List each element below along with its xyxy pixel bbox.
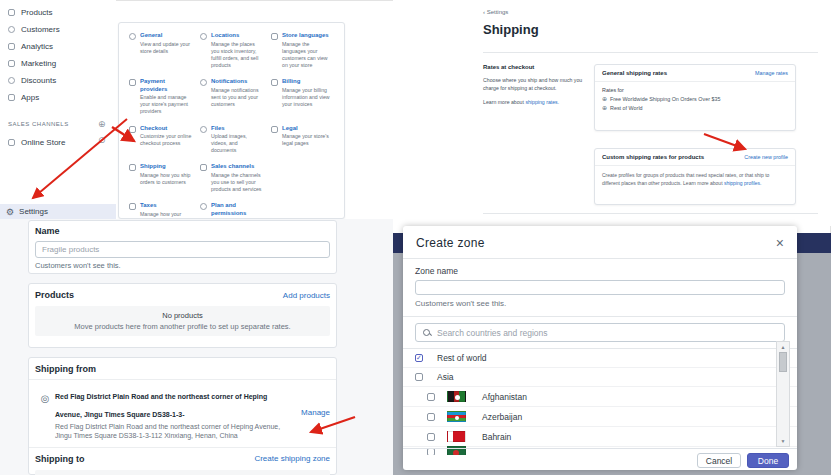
marketing-icon	[8, 60, 15, 67]
rate-profile-name: Free Worldwide Shipping On Orders Over $…	[610, 96, 720, 102]
checkbox-checked-icon[interactable]: ✓	[415, 354, 423, 362]
grid-item-title: Locations	[211, 32, 263, 40]
flag-azerbaijan	[447, 411, 466, 422]
list-item-asia[interactable]: Asia	[403, 368, 797, 387]
grid-item-title: Shipping	[140, 163, 192, 171]
divider	[483, 213, 818, 214]
sidebar-item-discounts[interactable]: Discounts	[0, 73, 116, 88]
products-empty-state: No products Move products here from anot…	[35, 306, 330, 336]
products-heading: Products	[35, 290, 74, 300]
rate-profile-row: ⊕Free Worldwide Shipping On Orders Over …	[602, 96, 788, 102]
cart-icon	[129, 126, 136, 133]
shipping-profiles-link[interactable]: shipping profiles.	[724, 180, 762, 186]
list-item-azerbaijan[interactable]: Azerbaijan	[403, 407, 797, 427]
grid-item-desc: Manage the channels you use to sell your…	[211, 172, 263, 193]
add-channel-icon[interactable]: ⊕	[98, 120, 106, 129]
country-name: Bahrain	[482, 432, 511, 442]
settings-grid-item-store-languages[interactable]: Store languagesManage the languages your…	[271, 32, 334, 69]
sidebar-item-customers[interactable]: Customers	[0, 22, 116, 37]
checkbox-icon[interactable]	[415, 373, 423, 381]
grid-item-title: Sales channels	[211, 163, 263, 171]
truck-icon	[129, 164, 136, 171]
custom-shipping-rates-card: Custom shipping rates for products Creat…	[594, 148, 796, 205]
scroll-up-icon[interactable]: ▲	[777, 344, 789, 350]
general-shipping-rates-card: General shipping rates Manage rates Rate…	[594, 64, 796, 131]
sidebar-item-label: Discounts	[21, 76, 56, 85]
settings-grid-item-billing[interactable]: BillingManage your billing information a…	[271, 78, 334, 116]
name-helper-text: Customers won't see this.	[35, 261, 330, 270]
settings-grid-item-notifications[interactable]: NotificationsManage notifications sent t…	[200, 78, 263, 116]
checkbox-icon[interactable]	[427, 433, 435, 441]
name-card: Name Customers won't see this.	[28, 220, 337, 274]
sidebar-item-label: Online Store	[21, 138, 65, 147]
checkbox-icon[interactable]	[427, 413, 435, 421]
create-new-profile-link[interactable]: Create new profile	[744, 154, 788, 160]
add-products-link[interactable]: Add products	[283, 291, 330, 300]
create-shipping-zone-link[interactable]: Create shipping zone	[254, 454, 330, 463]
sidebar: Products Customers Analytics Marketing D…	[0, 0, 116, 219]
grid-item-title: Plan and permissions	[211, 202, 263, 218]
sidebar-item-label: Products	[21, 8, 53, 17]
list-item-bahrain[interactable]: Bahrain	[403, 427, 797, 447]
channels-icon	[200, 164, 207, 171]
grid-item-title: General	[140, 32, 192, 40]
search-icon	[423, 329, 431, 337]
sidebar-item-marketing[interactable]: Marketing	[0, 56, 116, 71]
grid-item-desc: Customize your online checkout process	[140, 133, 192, 147]
grid-spacer	[271, 163, 334, 193]
tag-icon	[8, 9, 15, 16]
shipping-profile-page: Name Customers won't see this. Products …	[0, 219, 393, 475]
globe-icon: ⊕	[602, 105, 607, 111]
list-scrollbar[interactable]: ▲ ▼	[776, 341, 790, 447]
grid-item-title: Notifications	[211, 78, 263, 86]
rates-for-label: Rates for	[602, 87, 788, 93]
country-list: ✓ Rest of world Asia Afghanistan Azerbai…	[403, 349, 797, 455]
grid-item-desc: Manage the languages your customers can …	[282, 41, 334, 69]
breadcrumb[interactable]: ‹ Settings	[483, 9, 508, 15]
settings-grid-item-legal[interactable]: LegalManage your store's legal pages	[271, 125, 334, 155]
scroll-down-icon[interactable]: ▼	[777, 438, 789, 444]
eye-icon[interactable]: ⊙	[98, 136, 106, 145]
country-name: Azerbaijan	[482, 412, 522, 422]
products-card: Products Add products No products Move p…	[28, 283, 337, 348]
country-search-box[interactable]: Search countries and regions	[415, 323, 785, 342]
checkbox-icon[interactable]	[427, 393, 435, 401]
manage-link[interactable]: Manage	[301, 408, 330, 417]
cancel-button[interactable]: Cancel	[697, 453, 741, 468]
grid-item-desc: Manage the places you stock inventory, f…	[211, 41, 263, 69]
card-title: General shipping rates	[602, 70, 667, 76]
shipping-from-card: Shipping from ◎ Red Flag District Plain …	[28, 357, 337, 475]
settings-grid-item-shipping[interactable]: ShippingManage how you ship orders to cu…	[129, 163, 192, 193]
shipping-to-heading: Shipping to	[35, 454, 85, 464]
settings-grid-item-checkout[interactable]: CheckoutCustomize your online checkout p…	[129, 125, 192, 155]
settings-grid-item-payment-providers[interactable]: Payment providersEnable and manage your …	[129, 78, 192, 116]
grid-item-title: Files	[211, 125, 263, 133]
manage-rates-link[interactable]: Manage rates	[755, 70, 788, 76]
sidebar-item-label: Apps	[21, 93, 39, 102]
sidebar-item-settings[interactable]: ⚙ Settings	[0, 204, 116, 219]
scrollbar-thumb[interactable]	[779, 352, 787, 372]
group-label: Asia	[437, 372, 454, 382]
done-button[interactable]: Done	[747, 453, 789, 468]
modal-footer: Cancel Done	[403, 448, 797, 470]
page-title: Shipping	[483, 22, 539, 37]
profile-name-input[interactable]	[35, 241, 330, 258]
close-icon[interactable]: ×	[776, 237, 784, 249]
settings-grid-item-sales-channels[interactable]: Sales channelsManage the channels you us…	[200, 163, 263, 193]
sidebar-item-apps[interactable]: Apps	[0, 90, 116, 105]
grid-item-desc: Manage notifications sent to you and you…	[211, 87, 263, 108]
settings-grid-item-general[interactable]: GeneralView and update your store detail…	[129, 32, 192, 69]
credit-card-icon	[129, 79, 136, 86]
sidebar-item-products[interactable]: Products	[0, 5, 116, 20]
screenshot-canvas: Products Customers Analytics Marketing D…	[0, 0, 831, 475]
zone-name-input[interactable]	[415, 280, 785, 295]
sidebar-item-label: Customers	[21, 25, 60, 34]
shipping-rates-link[interactable]: shipping rates.	[525, 99, 559, 105]
sidebar-item-analytics[interactable]: Analytics	[0, 39, 116, 54]
settings-grid-item-locations[interactable]: LocationsManage the places you stock inv…	[200, 32, 263, 69]
list-item-afghanistan[interactable]: Afghanistan	[403, 387, 797, 407]
list-item-rest-of-world[interactable]: ✓ Rest of world	[403, 349, 797, 368]
zone-name-label: Zone name	[415, 266, 785, 276]
settings-grid-item-files[interactable]: FilesUpload images, videos, and document…	[200, 125, 263, 155]
modal-title: Create zone	[416, 236, 485, 250]
